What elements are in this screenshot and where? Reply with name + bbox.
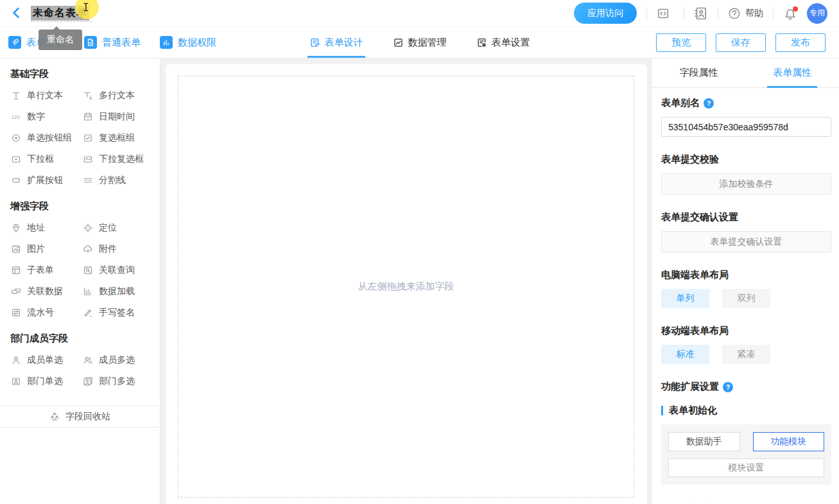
field-item[interactable]: 单选按钮组 [11, 127, 83, 148]
address-icon [11, 223, 21, 233]
preview-button[interactable]: 预览 [656, 33, 706, 52]
backend-script-button[interactable] [657, 7, 674, 20]
field-item[interactable]: 下拉复选框 [83, 148, 155, 169]
back-icon [9, 6, 23, 20]
number-icon: 123 [11, 112, 21, 122]
tab-label: 表单设置 [492, 37, 530, 49]
field-item[interactable]: 分割线 [83, 169, 155, 191]
pc-layout-double-column[interactable]: 双列 [722, 289, 770, 308]
tab-form-properties[interactable]: 表单属性 [746, 58, 839, 87]
code-icon [657, 7, 670, 20]
form-init-header: 表单初始化 [661, 404, 831, 417]
field-item[interactable]: 部门单选 [11, 370, 83, 392]
publish-button[interactable]: 发布 [775, 33, 826, 52]
field-item-label: 下拉复选框 [99, 153, 144, 165]
field-item-label: 单选按钮组 [27, 132, 72, 144]
field-sidebar: 基础字段单行文本多行文本123数字日期时间单选按钮组复选框组下拉框下拉复选框扩展… [0, 58, 160, 504]
field-item[interactable]: 单行文本 [11, 85, 83, 106]
field-item[interactable]: 123数字 [11, 106, 83, 127]
help-button[interactable]: 帮助 [728, 7, 763, 20]
notifications-button[interactable] [783, 6, 797, 21]
help-label: 帮助 [745, 8, 763, 19]
linked-data-icon [11, 286, 21, 297]
help-icon[interactable] [704, 98, 714, 109]
tab-form-settings[interactable]: 表单设置 [476, 27, 530, 58]
tab-field-properties[interactable]: 字段属性 [652, 58, 746, 87]
form-init-tabs: 数据助手 功能模块 [668, 432, 824, 451]
form-doc-icon [84, 36, 97, 49]
field-item[interactable]: 成员多选 [83, 349, 155, 370]
field-item-label: 流水号 [27, 307, 54, 318]
topbar-right: 应用访问 帮助 专用 [574, 0, 827, 26]
field-item[interactable]: 日期时间 [83, 106, 155, 127]
field-item-label: 手写签名 [99, 307, 135, 318]
field-item-label: 地址 [27, 222, 45, 234]
app-access-button[interactable]: 应用访问 [574, 3, 637, 24]
checkbox-group-icon [83, 133, 93, 143]
workspace-badge[interactable]: 专用 [807, 3, 827, 24]
form-design-icon [309, 37, 320, 48]
canvas-dropzone[interactable]: 从左侧拖拽来添加字段 [178, 76, 634, 498]
field-item[interactable]: 子表单 [11, 259, 83, 281]
field-item[interactable]: 定位 [83, 217, 155, 238]
submit-validation-label: 表单提交校验 [661, 153, 831, 166]
back-button[interactable] [9, 6, 23, 20]
tab-form-design[interactable]: 表单设计 [309, 27, 363, 58]
field-item[interactable]: 附件 [83, 238, 155, 259]
data-permission-button[interactable]: 数据权限 [160, 36, 216, 49]
single-text-icon [11, 91, 21, 101]
field-grid: 地址定位图片附件子表单关联查询关联数据数据加载流水号手写签名 [0, 217, 160, 323]
function-module-tab[interactable]: 功能模块 [753, 432, 825, 451]
data-assistant-tab[interactable]: 数据助手 [668, 432, 740, 451]
text-cursor-icon [81, 0, 91, 14]
divider [684, 8, 684, 19]
section-title: 增强字段 [10, 200, 160, 213]
field-item-label: 成员单选 [27, 354, 63, 366]
field-item[interactable]: 手写签名 [83, 302, 155, 323]
field-item[interactable]: 流水号 [11, 302, 83, 323]
subform-icon [11, 265, 21, 275]
mobile-layout-standard[interactable]: 标准 [661, 345, 709, 364]
mobile-layout-compact[interactable]: 紧凑 [722, 345, 770, 364]
form-alias-label: 表单别名 [661, 97, 700, 109]
field-item[interactable]: 数据加载 [83, 281, 155, 302]
pc-layout-single-column[interactable]: 单列 [661, 289, 709, 308]
add-validation-button[interactable]: 添加校验条件 [661, 173, 831, 195]
field-item[interactable]: 图片 [11, 238, 83, 259]
field-recycle-bin-button[interactable]: 字段回收站 [0, 405, 160, 428]
mobile-layout-options: 标准 紧凑 [661, 345, 831, 364]
field-item[interactable]: 扩展按钮 [11, 169, 83, 191]
field-item-label: 扩展按钮 [27, 175, 63, 186]
multi-select-icon [83, 154, 93, 164]
field-item[interactable]: 成员单选 [11, 349, 83, 370]
field-item[interactable]: 地址 [11, 217, 83, 238]
form-init-box: 数据助手 功能模块 模块设置 [661, 424, 831, 485]
dept-single-icon [11, 376, 21, 387]
submit-confirm-button[interactable]: 表单提交确认设置 [661, 231, 831, 252]
member-multi-icon [83, 355, 93, 365]
radio-group-icon [11, 133, 21, 143]
module-settings-button[interactable]: 模块设置 [668, 458, 824, 477]
properties-panel: 字段属性 表单属性 表单别名 表单提交校验 添加校验条件 表单提交确认设置 表单… [652, 58, 839, 504]
data-manage-icon [393, 37, 404, 48]
field-grid: 单行文本多行文本123数字日期时间单选按钮组复选框组下拉框下拉复选框扩展按钮分割… [0, 85, 160, 191]
field-item-label: 部门单选 [27, 376, 63, 387]
field-item[interactable]: 部门多选 [83, 370, 155, 392]
question-circle-icon [728, 7, 741, 20]
pc-layout-options: 单列 双列 [661, 289, 831, 308]
form-alias-input[interactable] [661, 117, 831, 137]
field-item[interactable]: 关联数据 [11, 281, 83, 302]
contacts-button[interactable] [694, 6, 708, 21]
field-item[interactable]: 下拉框 [11, 148, 83, 169]
normal-form-button[interactable]: 普通表单 [84, 36, 141, 49]
section-title: 基础字段 [10, 68, 160, 80]
save-button[interactable]: 保存 [716, 33, 766, 52]
help-icon[interactable] [723, 382, 733, 392]
field-item[interactable]: 关联查询 [83, 259, 155, 281]
extend-button-icon [11, 175, 21, 186]
tab-data-manage[interactable]: 数据管理 [393, 27, 447, 58]
field-item[interactable]: 多行文本 [83, 85, 155, 106]
link-icon [8, 36, 21, 49]
form-init-label: 表单初始化 [669, 404, 717, 417]
field-item[interactable]: 复选框组 [83, 127, 155, 148]
